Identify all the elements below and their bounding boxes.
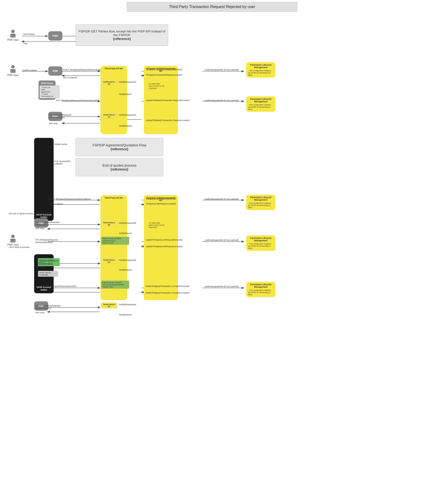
notify-complete-accepted-label: NotifyThirdpartyTransaction CompleteAcce… xyxy=(146,292,189,294)
request-body-patch-box: request body contains 'transactionReques… xyxy=(101,281,129,289)
notif-bc-badge-1: Notifications BC xyxy=(101,80,117,86)
actor-pisp-user-mid: PISP User xyxy=(7,65,19,77)
resp-200-patch2: 200 resp xyxy=(35,311,44,314)
get-participant-5: GetParticipantInfo (if not cached) xyxy=(205,285,239,288)
get-participant-1: GetParticipantInfo (if not cached) xyxy=(205,68,239,71)
post-auth-label: POST /thirdpartyRequests/authorizations xyxy=(49,198,91,200)
put-quotes-callback-label: PUT /quotes/(ID)Callback xyxy=(54,160,70,165)
confirm-payee-label: confirm payee xyxy=(22,69,37,71)
svg-point-39 xyxy=(11,234,15,238)
notif-bc-badge-2: Notifications BC xyxy=(101,113,117,119)
update-tx-accepted-label: UpdateThirdpartyTransaction RequestAccep… xyxy=(146,119,189,122)
update-auth-received-label: UpdateThirdpartyAuthRequestReceived xyxy=(146,239,182,241)
svg-rect-38 xyxy=(10,69,16,73)
initiate-quote-label: initiate quote xyxy=(54,143,67,145)
notify-report-2: NotifyReport xyxy=(119,124,132,127)
notif-bc-badge-4: Notifications BC xyxy=(101,258,117,264)
notify-complete-received-label: NotifyThirdpartyTransaction CompleteRece… xyxy=(146,285,189,287)
pisp-node-top: PISP xyxy=(48,31,62,41)
plm-box-1: Participant Lifecycle Management · This … xyxy=(246,62,275,78)
i-dont-want-label: I don't want to proceed xyxy=(9,246,29,248)
no-state-box-1: no state kept pass it back to the reques… xyxy=(147,82,174,90)
get-participant-4: GetParticipantInfo (if not cached) xyxy=(205,239,239,241)
notify-requested-1: NotifyRequested xyxy=(119,81,136,83)
third-tx-received-label: ThirdpartyTransactionRequestReceived xyxy=(146,68,182,71)
notify-report-5: NotifyReport xyxy=(119,313,132,316)
resp-200-auth: 200 resp xyxy=(35,227,44,230)
put-auth-id2-label: PUT /thirdpartyRequests/authorizations/(… xyxy=(35,260,58,264)
post-auth2-label: POST /thirdpartyRequests/authorizations xyxy=(35,221,59,226)
resp-label: resp xyxy=(23,42,28,45)
notify-report-3: NotifyReport xyxy=(119,232,132,234)
plm-box-5: Participant Lifecycle Management · This … xyxy=(246,282,275,297)
verify-signed-challenge: Verify SignedChallenge xyxy=(38,271,58,277)
update-auth-accepted-label: UpdateThirdpartyAuthRequestAccepted xyxy=(146,245,182,248)
person-icon-mid xyxy=(9,65,17,73)
put-auth-id-label: PUT /thirdpartyRequests/authorizations/(… xyxy=(35,239,58,244)
dfsp-account-holder-node: DFSP Account Holder xyxy=(34,138,54,221)
post-third-tx-label: POST /thirdpartyRequests/transactions xyxy=(63,68,103,71)
quotes-ref-box: End of quotes process (reference) xyxy=(76,158,163,176)
notify-requested-2: NotifyRequested xyxy=(119,113,136,116)
plm-box-3: Participant Lifecycle Management · This … xyxy=(246,195,275,210)
third-tx-accepted-label: ThirdpartyTransactionRequestAccepted xyxy=(146,74,182,76)
request-body-rejected-box: request body contains 'responseType': 'R… xyxy=(101,237,129,245)
accepted-202-label: 202 Accepted xyxy=(63,76,77,79)
plm-box-4: Participant Lifecycle Management · This … xyxy=(246,235,275,251)
svg-point-37 xyxy=(11,65,15,68)
update-tx-received-label: UpdateThirdpartyTransaction RequestRecei… xyxy=(146,99,189,102)
svg-rect-40 xyxy=(10,239,16,243)
auth-accepted-label: ThirdpartyAuthRequestAccepted xyxy=(146,203,176,205)
notify-requested-3: NotifyRequested xyxy=(119,222,136,224)
no-state-box-2: no state kept pass it back to the reques… xyxy=(147,221,174,229)
notify-requested-5: NotifyRequested xyxy=(119,303,136,306)
auth-received-label: ThirdpartyAuthRequestReceived xyxy=(146,198,176,200)
ask-user-label: Ask user to agree to terms and sign chal… xyxy=(9,212,30,215)
get-parties-label: Get Parties xyxy=(23,33,35,35)
notify-report-1: NotifyReport xyxy=(119,93,132,95)
resp-200-2: 200 resp xyxy=(49,122,58,125)
notif-bc-badge-3: Notifications BC xyxy=(101,221,117,227)
third-party-payments-bc-2: 3rd party initiated payments BC no state… xyxy=(144,195,178,300)
svg-rect-36 xyxy=(10,34,16,38)
notify-requested-4: NotifyRequested xyxy=(119,259,136,261)
patch-pisp-label: PATCH /thirdpartyRequests/transactions/(… xyxy=(35,305,61,309)
actor-pisp-user-top: PISP User xyxy=(7,29,19,41)
patch-tx-id-label: PATCH /thirdpartyRequests/transactions/(… xyxy=(35,285,76,287)
notif-bc-badge-5: Notifications BC xyxy=(101,303,117,308)
check-box: · Check for valid agreement · Create Tra… xyxy=(39,85,59,98)
put-third-tx-id-label: PUT /thirdpartyRequests/transactions/(ID… xyxy=(56,99,99,102)
resp-200-put-auth: 200 resp xyxy=(35,266,44,269)
third-party-api-bc-1: Third Party API BC xyxy=(100,66,127,134)
top-ref-box: FSPIOP GET Parties flow, except hits the… xyxy=(76,24,168,46)
agreement-ref-box: FSPIOP Agreement/Quotation Flow (referen… xyxy=(76,138,163,156)
actor-pisp-user-bot: PISP User xyxy=(7,234,19,246)
pisp-node-mid: PISP xyxy=(48,66,62,76)
get-participant-3: GetParticipantInfo (if not cached) xyxy=(205,198,239,200)
svg-point-35 xyxy=(11,30,15,33)
person-icon-bot xyxy=(9,234,17,243)
patch-200-label: 200 xyxy=(35,291,39,294)
page-title: Third Party Transaction Request Rejected… xyxy=(127,2,297,12)
put-pisp-label: PUT /thirdpartyRequests/transactions/(ID… xyxy=(49,114,71,119)
notify-report-4: NotifyReport xyxy=(119,268,132,271)
accepted-202-auth: 202 Accepted xyxy=(49,203,63,205)
dfsp-payee-node: DFSP Payee · Check for valid agreement ·… xyxy=(39,81,56,100)
person-icon xyxy=(9,29,17,38)
plm-box-2: Participant Lifecycle Management · This … xyxy=(246,96,275,112)
get-participant-2: GetParticipantInfo (if not cached) xyxy=(205,99,239,102)
